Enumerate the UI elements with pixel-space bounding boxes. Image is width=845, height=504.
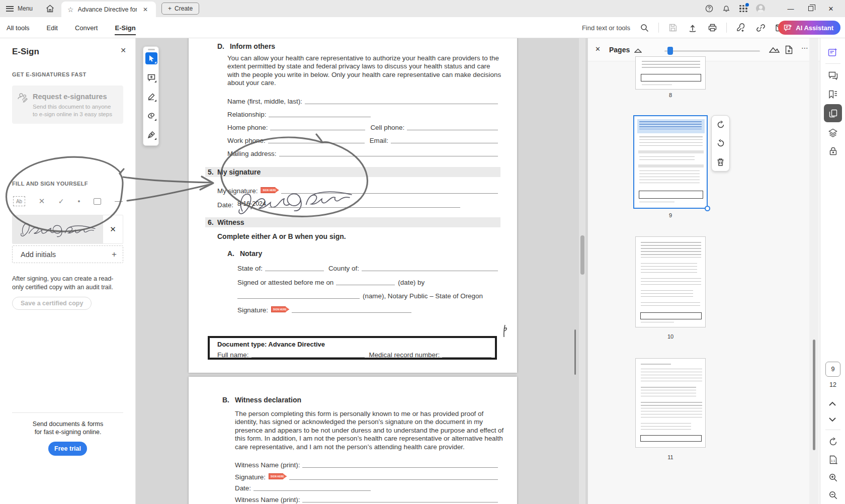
tab-esign[interactable]: E-Sign <box>115 19 135 37</box>
secondary-scrollbar-thumb[interactable] <box>574 329 576 375</box>
zoom-level-button[interactable]: 1:1 <box>827 454 839 466</box>
account-button[interactable] <box>754 3 767 15</box>
add-text-tool[interactable]: Ab <box>13 196 25 206</box>
thumbnails-larger-icon[interactable] <box>769 46 780 53</box>
section-b-heading: Witness declaration <box>235 396 301 404</box>
thumbnail-label-10[interactable]: 10 <box>633 333 708 340</box>
print-button[interactable] <box>707 22 718 33</box>
delete-signature-icon[interactable]: ✕ <box>103 225 123 234</box>
add-comment-button[interactable] <box>145 71 157 83</box>
free-trial-button[interactable]: Free trial <box>48 442 87 456</box>
document-tab[interactable]: ☆ Advance Directive for H... ✕ <box>61 2 156 17</box>
sign-here-tag[interactable]: SIGN HERE <box>271 306 289 312</box>
help-button[interactable] <box>703 3 715 15</box>
save-certified-copy-button[interactable]: Save a certified copy <box>12 297 92 310</box>
thumb-blue-text-lines <box>639 121 702 131</box>
search-button[interactable] <box>639 22 650 33</box>
draw-tool-button[interactable] <box>145 91 157 103</box>
tab-close-icon[interactable]: ✕ <box>141 5 150 14</box>
close-button[interactable]: ✕ <box>821 0 841 17</box>
thumbnail-resize-handle[interactable] <box>705 206 710 211</box>
zoom-out-button[interactable] <box>827 489 839 501</box>
select-tool-button[interactable] <box>145 52 157 64</box>
menu-label: Menu <box>18 5 33 12</box>
thumbnail-label-8[interactable]: 8 <box>633 92 708 98</box>
delete-page-icon[interactable] <box>717 158 724 166</box>
field-label: Witness Name (print): <box>235 496 300 503</box>
saved-signature-card[interactable]: ✕ <box>12 215 123 244</box>
line-tool[interactable] <box>115 201 123 202</box>
rail-divider <box>825 63 840 64</box>
thumbnail-page-8[interactable] <box>635 56 706 90</box>
field-line <box>302 496 498 502</box>
security-panel-button[interactable] <box>827 145 839 157</box>
thumbnail-size-slider[interactable] <box>664 50 760 52</box>
restore-button[interactable] <box>801 0 821 17</box>
layers-panel-button[interactable] <box>827 127 839 139</box>
insert-page-icon[interactable] <box>785 45 793 54</box>
thumbnail-label-9[interactable]: 9 <box>633 212 708 218</box>
add-initials-plus-icon[interactable]: + <box>112 249 117 260</box>
certified-copy-note: After signing, you can create a read-onl… <box>12 275 120 292</box>
create-button[interactable]: + Create <box>161 3 199 15</box>
tab-edit[interactable]: Edit <box>47 19 58 37</box>
find-text-label[interactable]: Find text or tools <box>582 24 630 32</box>
section-d-number: D. <box>217 42 224 50</box>
thumbnail-label-11[interactable]: 11 <box>633 454 708 460</box>
comments-panel-button[interactable] <box>827 69 839 81</box>
signature-preview[interactable] <box>13 215 103 243</box>
ai-assistant-button[interactable]: AI Assistant <box>778 21 840 35</box>
request-esignatures-card[interactable]: Request e-signatures Send this document … <box>12 86 123 124</box>
pages-more-options-icon[interactable]: ⋯ <box>801 44 809 52</box>
cross-mark-tool[interactable]: ✕ <box>39 197 45 206</box>
slider-handle[interactable] <box>667 47 673 55</box>
thumbnail-page-10[interactable] <box>635 236 706 327</box>
field-line <box>265 265 324 271</box>
tab-convert[interactable]: Convert <box>75 19 98 37</box>
fill-sign-tool-button[interactable] <box>145 129 157 141</box>
next-page-button[interactable] <box>829 417 836 422</box>
rotate-counterclockwise-icon[interactable] <box>717 139 725 147</box>
request-signatures-button[interactable] <box>735 22 746 33</box>
thumbnail-page-11[interactable] <box>635 358 706 448</box>
pages-close-icon[interactable]: ✕ <box>595 45 601 53</box>
toolbar-drag-handle[interactable] <box>148 49 155 50</box>
panel-close-icon[interactable]: ✕ <box>120 46 126 54</box>
document-scrollbar-thumb[interactable] <box>580 235 584 275</box>
witness-note: Complete either A or B when you sign. <box>217 232 346 240</box>
field-line <box>305 98 498 104</box>
notifications-button[interactable] <box>720 3 732 15</box>
rectangle-tool[interactable] <box>94 198 101 205</box>
tab-all-tools[interactable]: All tools <box>7 19 30 37</box>
ai-assistant-panel-button[interactable] <box>827 46 839 58</box>
home-button[interactable] <box>39 5 61 13</box>
dot-tool[interactable]: ● <box>77 199 80 204</box>
rotate-clockwise-icon[interactable] <box>717 121 725 129</box>
link-button[interactable] <box>755 22 766 33</box>
add-initials-card[interactable]: Add initials + <box>12 245 123 263</box>
bookmarks-panel-button[interactable] <box>827 88 839 100</box>
save-button[interactable] <box>667 22 679 33</box>
lasso-tool-button[interactable] <box>145 110 157 122</box>
field-label: Email: <box>370 137 388 144</box>
previous-page-button[interactable] <box>829 401 836 406</box>
zoom-in-button[interactable] <box>827 471 839 483</box>
save-to-cloud-button[interactable] <box>687 22 698 33</box>
rotate-view-button[interactable] <box>827 436 839 448</box>
thumbnails-smaller-icon[interactable] <box>634 48 642 53</box>
cursor-icon <box>148 55 155 62</box>
applied-signature[interactable] <box>231 179 358 220</box>
sign-here-tag[interactable]: SIGN HERE <box>269 473 287 479</box>
document-viewport[interactable]: D. Inform others You can allow your heal… <box>136 38 587 504</box>
minimize-button[interactable]: — <box>781 0 801 17</box>
check-mark-tool[interactable]: ✓ <box>58 197 64 205</box>
pages-scrollbar-thumb[interactable] <box>813 340 815 450</box>
page-thumbnails-panel-button[interactable] <box>824 104 842 122</box>
menu-button[interactable]: Menu <box>0 0 39 17</box>
date-value[interactable]: 8-16-2024 <box>237 200 266 207</box>
field-label: Mailing address: <box>227 150 277 157</box>
pdf-page-9: D. Inform others You can allow your heal… <box>189 38 517 373</box>
thumbnail-page-9-selected[interactable] <box>633 115 708 209</box>
apps-button[interactable] <box>737 3 749 15</box>
current-page-input[interactable]: 9 <box>825 362 840 377</box>
